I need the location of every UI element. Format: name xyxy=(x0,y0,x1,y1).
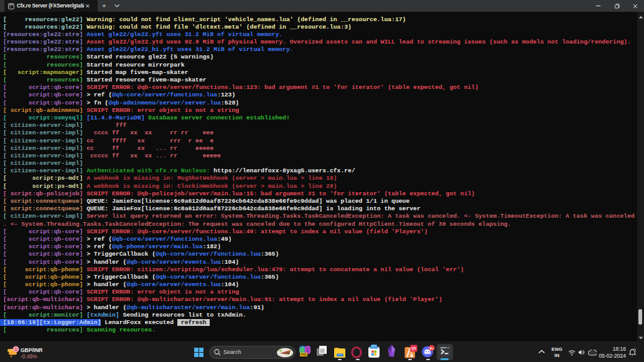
svg-text:PRE: PRE xyxy=(301,353,307,356)
svg-text:9+: 9+ xyxy=(429,346,434,350)
svg-text:qb: qb xyxy=(411,346,416,351)
svg-text:1: 1 xyxy=(14,346,17,352)
